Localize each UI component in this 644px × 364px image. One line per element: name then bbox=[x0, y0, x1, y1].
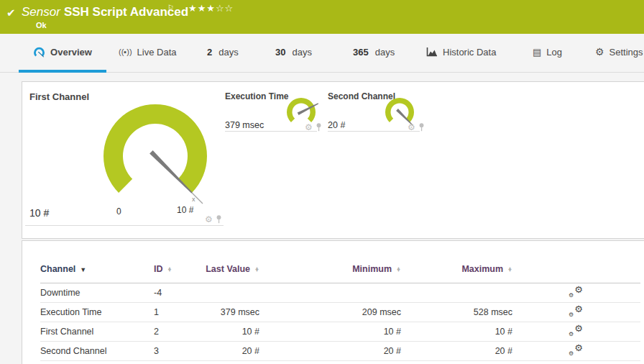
tab-2-days[interactable]: 2 days bbox=[207, 34, 239, 73]
cell-last-value: 20 # bbox=[195, 341, 259, 360]
cell-id: 3 bbox=[154, 341, 195, 360]
column-header-maximum-label: Maximum bbox=[461, 264, 503, 274]
sort-desc-icon: ▼ bbox=[80, 266, 86, 273]
cell-minimum: 20 # bbox=[259, 341, 401, 360]
cell-divider bbox=[328, 131, 420, 132]
tab-2-days-number: 2 bbox=[207, 47, 212, 58]
cell-minimum: 10 # bbox=[259, 322, 401, 341]
cell-channel: Downtime bbox=[40, 283, 154, 302]
status-ok-check-icon: ✔ bbox=[6, 6, 16, 19]
cell-last-value: 379 msec bbox=[195, 302, 259, 322]
gauges-panel: First Channel x 0 10 # 10 # ⚙ Execution … bbox=[22, 81, 644, 239]
tab-2-days-label: days bbox=[218, 47, 238, 58]
second-channel-last-value: 20 # bbox=[328, 120, 345, 130]
priority-stars[interactable]: ★★★☆☆ bbox=[188, 3, 234, 14]
tab-live-data[interactable]: ((▪)) Live Data bbox=[119, 34, 176, 73]
tab-overview[interactable]: Overview bbox=[19, 34, 106, 73]
sensor-header: ✔ SensorSSH Script Advanced ⚐ ★★★☆☆ Ok bbox=[0, 0, 644, 34]
column-header-last-value-label: Last Value bbox=[206, 264, 250, 274]
column-header-id[interactable]: ID▲▼ bbox=[154, 255, 195, 283]
cell-maximum: 528 msec bbox=[401, 302, 512, 322]
cell-channel: Execution Time bbox=[40, 302, 154, 322]
cell-maximum: 10 # bbox=[401, 322, 512, 341]
column-header-actions bbox=[512, 255, 640, 283]
table-row-first-channel: First Channel 2 10 # 10 # 10 # ⚙⚙ bbox=[40, 322, 640, 341]
cell-maximum bbox=[401, 283, 512, 302]
tab-live-data-label: Live Data bbox=[137, 47, 177, 58]
execution-time-last-value: 379 msec bbox=[225, 120, 264, 130]
column-header-channel-label: Channel bbox=[40, 264, 75, 274]
cell-divider bbox=[25, 225, 224, 226]
sort-icon: ▲▼ bbox=[396, 267, 401, 273]
gauge-title-execution-time: Execution Time bbox=[225, 91, 288, 101]
channel-gear-icon[interactable]: ⚙ bbox=[205, 215, 213, 224]
table-row-execution-time: Execution Time 1 379 msec 209 msec 528 m… bbox=[40, 302, 640, 322]
column-header-minimum-label: Minimum bbox=[352, 264, 392, 274]
needle-tip-marker: x bbox=[192, 196, 196, 203]
sensor-title: SensorSSH Script Advanced bbox=[22, 5, 188, 19]
cell-id: -4 bbox=[154, 283, 195, 302]
channel-settings-gears-icon[interactable]: ⚙⚙ bbox=[569, 286, 583, 298]
gear-icon: ⚙ bbox=[595, 47, 604, 57]
tab-overview-label: Overview bbox=[50, 47, 92, 58]
tab-365-days[interactable]: 365 days bbox=[353, 34, 395, 73]
tab-settings[interactable]: ⚙ Settings bbox=[595, 34, 643, 73]
tab-365-days-number: 365 bbox=[353, 47, 369, 58]
cell-divider bbox=[225, 131, 317, 132]
column-header-maximum[interactable]: Maximum▲▼ bbox=[401, 255, 512, 283]
table-header-row: Channel▼ ID▲▼ Last Value▲▼ Minimum▲▼ Max… bbox=[40, 255, 640, 283]
pin-icon[interactable] bbox=[216, 215, 222, 224]
sort-icon: ▲▼ bbox=[167, 267, 172, 273]
channel-settings-gears-icon[interactable]: ⚙⚙ bbox=[569, 305, 583, 317]
gauge-scale-max: 10 # bbox=[177, 205, 193, 215]
area-chart-icon bbox=[426, 47, 438, 57]
sensor-status-badge: Ok bbox=[36, 21, 47, 29]
broadcast-icon: ((▪)) bbox=[119, 47, 132, 56]
table-row-downtime: Downtime -4 ⚙⚙ bbox=[40, 283, 640, 302]
gauge-scale-min: 0 bbox=[116, 206, 121, 217]
flag-icon[interactable]: ⚐ bbox=[167, 4, 174, 12]
tab-bar: Overview ((▪)) Live Data 2 days 30 days … bbox=[0, 34, 644, 73]
channel-table: Channel▼ ID▲▼ Last Value▲▼ Minimum▲▼ Max… bbox=[40, 255, 640, 361]
cell-channel: First Channel bbox=[40, 322, 154, 341]
tab-historic-data[interactable]: Historic Data bbox=[426, 34, 496, 73]
table-row-second-channel: Second Channel 3 20 # 20 # 20 # ⚙⚙ bbox=[40, 341, 640, 360]
sensor-title-prefix: Sensor bbox=[22, 5, 60, 19]
gauge-icon bbox=[33, 47, 45, 58]
column-header-channel[interactable]: Channel▼ bbox=[40, 255, 154, 283]
cell-last-value: 10 # bbox=[195, 322, 259, 341]
tab-historic-data-label: Historic Data bbox=[443, 47, 496, 58]
cell-minimum bbox=[259, 283, 401, 302]
sort-icon: ▲▼ bbox=[507, 267, 512, 273]
gauge-cell-actions: ⚙ bbox=[205, 215, 222, 224]
log-list-icon: ▤ bbox=[533, 47, 541, 57]
column-header-minimum[interactable]: Minimum▲▼ bbox=[259, 255, 401, 283]
tab-log[interactable]: ▤ Log bbox=[533, 34, 562, 73]
tab-30-days[interactable]: 30 days bbox=[275, 34, 312, 73]
cell-minimum: 209 msec bbox=[259, 302, 401, 322]
cell-maximum: 20 # bbox=[401, 341, 512, 360]
channel-settings-gears-icon[interactable]: ⚙⚙ bbox=[569, 344, 583, 356]
tab-30-days-number: 30 bbox=[275, 47, 285, 58]
cell-id: 1 bbox=[154, 302, 195, 322]
cell-channel: Second Channel bbox=[40, 341, 154, 360]
first-channel-last-value: 10 # bbox=[29, 207, 49, 219]
tab-settings-label: Settings bbox=[610, 47, 643, 58]
channel-settings-gears-icon[interactable]: ⚙⚙ bbox=[569, 324, 583, 337]
column-header-last-value[interactable]: Last Value▲▼ bbox=[195, 255, 259, 283]
cell-id: 2 bbox=[154, 322, 195, 341]
tab-365-days-label: days bbox=[375, 47, 395, 58]
tab-log-label: Log bbox=[546, 47, 562, 58]
sort-icon: ▲▼ bbox=[254, 267, 259, 273]
cell-last-value bbox=[195, 283, 259, 302]
gauge-title-first-channel: First Channel bbox=[29, 91, 89, 102]
channel-table-panel: Channel▼ ID▲▼ Last Value▲▼ Minimum▲▼ Max… bbox=[22, 240, 644, 364]
tab-30-days-label: days bbox=[292, 47, 311, 58]
column-header-id-label: ID bbox=[154, 264, 163, 274]
